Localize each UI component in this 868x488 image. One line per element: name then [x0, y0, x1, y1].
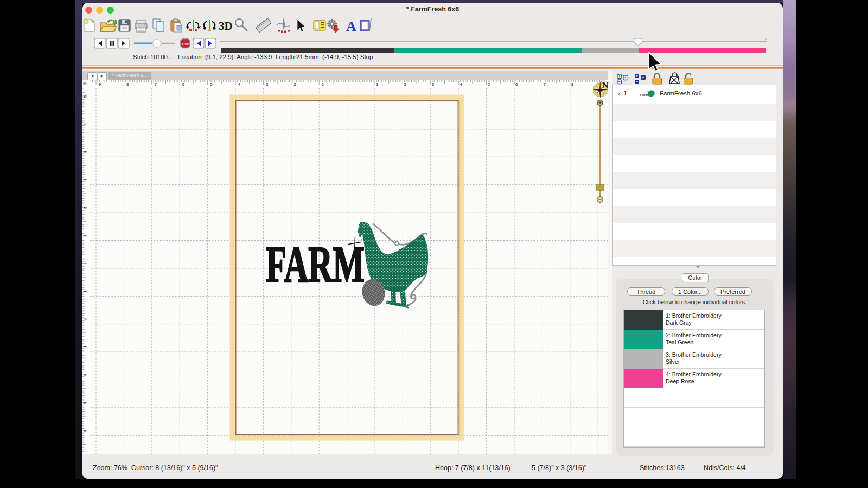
svg-text:1: 1 — [376, 82, 379, 87]
svg-text:5: 5 — [488, 82, 490, 87]
svg-text:FARM: FARM — [266, 236, 365, 293]
svg-text:-1: -1 — [320, 82, 324, 87]
svg-text:5: 5 — [82, 402, 87, 404]
svg-text:6: 6 — [515, 82, 518, 87]
svg-text:8: 8 — [571, 82, 574, 87]
svg-text:3: 3 — [82, 178, 87, 181]
svg-text:-9: -9 — [97, 82, 101, 87]
svg-text:N: N — [602, 81, 609, 90]
svg-text:A: A — [346, 18, 356, 34]
svg-text:2: 2 — [82, 318, 87, 320]
svg-text:-3: -3 — [264, 82, 269, 87]
svg-text:2: 2 — [404, 82, 406, 87]
svg-text:6: 6 — [82, 429, 87, 432]
svg-text:-6: -6 — [181, 82, 185, 87]
svg-text:6: 6 — [82, 95, 87, 98]
svg-text:-8: -8 — [125, 82, 129, 87]
svg-text:-2: -2 — [292, 82, 297, 87]
svg-text:5: 5 — [82, 123, 87, 126]
svg-text:3: 3 — [82, 346, 87, 349]
svg-text:1: 1 — [82, 290, 87, 293]
svg-text:4: 4 — [82, 151, 87, 153]
svg-text:STOP: STOP — [182, 43, 189, 46]
svg-text:2: 2 — [82, 207, 87, 209]
svg-text:4: 4 — [82, 374, 87, 376]
svg-text:-4: -4 — [237, 82, 241, 87]
svg-text:7: 7 — [543, 82, 546, 87]
svg-text:-7: -7 — [153, 82, 157, 87]
svg-text:3: 3 — [432, 82, 435, 87]
svg-text:-5: -5 — [209, 82, 213, 87]
svg-text:1: 1 — [82, 234, 87, 237]
svg-text:3D: 3D — [219, 20, 233, 33]
svg-text:4: 4 — [459, 82, 462, 87]
